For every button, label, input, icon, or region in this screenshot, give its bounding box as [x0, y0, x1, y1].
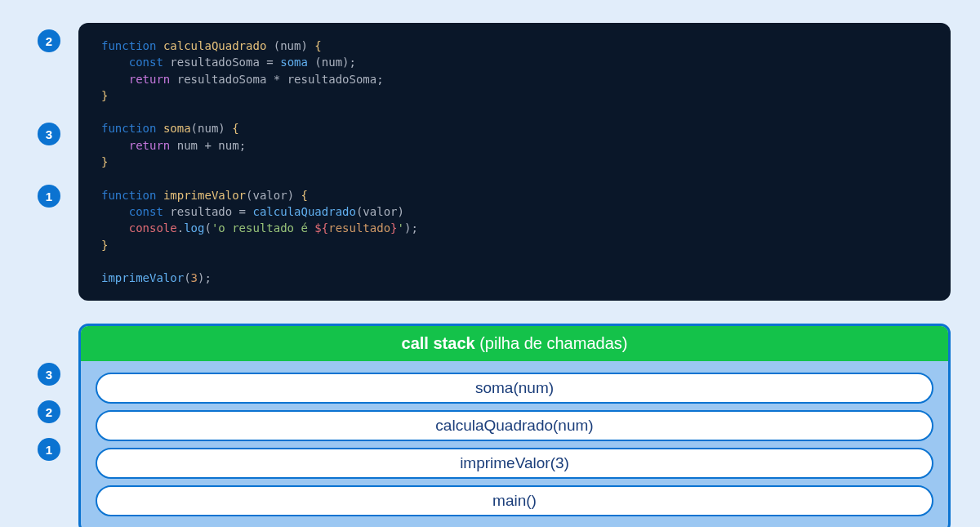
- stack-frame: imprimeValor(3): [96, 448, 933, 479]
- call-stack-body: soma(num) calculaQuadrado(num) imprimeVa…: [81, 361, 948, 527]
- code-step-badge-2: 2: [38, 29, 60, 52]
- call-stack-title-bold: call stack: [402, 334, 475, 352]
- code-block: function calculaQuadrado (num) { const r…: [78, 23, 951, 301]
- code-line: [101, 253, 928, 270]
- code-line: imprimeValor(3);: [101, 270, 928, 286]
- stack-step-badge-1: 1: [38, 438, 60, 461]
- stack-step-badge-2: 2: [38, 400, 60, 423]
- code-line: function calculaQuadrado (num) {: [101, 38, 928, 54]
- call-stack-panel: call stack (pilha de chamadas) soma(num)…: [78, 324, 951, 527]
- code-step-badge-1: 1: [38, 185, 60, 208]
- code-line: [101, 104, 928, 120]
- code-line: }: [101, 87, 928, 104]
- stack-frame: calculaQuadrado(num): [96, 410, 933, 441]
- code-line: return num + num;: [101, 137, 928, 154]
- stack-frame: soma(num): [96, 373, 933, 404]
- code-line: console.log('o resultado é ${resultado}'…: [101, 220, 928, 236]
- stack-frame: main(): [96, 485, 933, 516]
- code-line: const resultado = calculaQuadrado(valor): [101, 203, 928, 220]
- call-stack-header: call stack (pilha de chamadas): [81, 326, 948, 361]
- code-line: [101, 170, 928, 186]
- call-stack-title-sub: (pilha de chamadas): [479, 334, 627, 352]
- call-stack-container: call stack (pilha de chamadas) soma(num)…: [78, 324, 951, 527]
- code-line: function imprimeValor(valor) {: [101, 187, 928, 203]
- code-step-badge-3: 3: [38, 123, 60, 145]
- stack-step-badge-3: 3: [38, 363, 60, 386]
- code-line: return resultadoSoma * resultadoSoma;: [101, 71, 928, 87]
- code-line: }: [101, 154, 928, 170]
- code-line: const resultadoSoma = soma (num);: [101, 54, 928, 70]
- code-line: function soma(num) {: [101, 120, 928, 136]
- code-line: }: [101, 237, 928, 253]
